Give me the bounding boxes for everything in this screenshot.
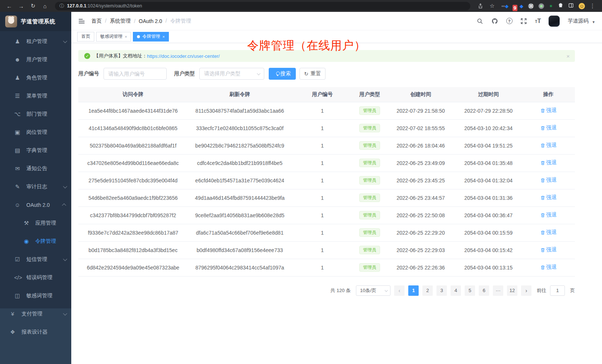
page-tab[interactable]: 首页	[77, 32, 94, 42]
select-chevron-icon	[385, 289, 387, 292]
address-bar[interactable]: ⓘ 127.0.0.1:1024/system/oauth2/token	[55, 2, 470, 10]
alert-close-icon[interactable]: ×	[566, 53, 570, 59]
next-page-button[interactable]: ›	[521, 285, 531, 296]
github-icon[interactable]	[491, 17, 498, 24]
chevron-icon	[63, 311, 67, 315]
user-type-select[interactable]: 请选择用户类型	[199, 68, 264, 80]
kebab-menu-icon[interactable]: ⋮	[590, 3, 595, 9]
force-logout-button[interactable]: 强退	[540, 246, 557, 253]
command-extension-icon[interactable]: ⌘	[528, 3, 534, 9]
font-size-icon[interactable]: TT	[535, 18, 541, 24]
green-star-extension-icon[interactable]: ✶	[549, 3, 553, 9]
goto-page-input[interactable]	[550, 285, 565, 296]
search-button[interactable]: 搜索	[269, 68, 296, 80]
pay-yen-icon: ¥	[9, 311, 16, 317]
report-designer-icon: ❖	[9, 329, 16, 335]
sidebar-item[interactable]: ☑ 短信管理	[0, 250, 71, 268]
sidebar-item[interactable]: ▣ 岗位管理	[0, 123, 71, 141]
share-icon[interactable]	[475, 1, 485, 11]
table-row: b0d1785bc3a8482f812db4a3f3bd15ec b0df498…	[78, 241, 575, 259]
site-info-icon[interactable]: ⓘ	[59, 3, 64, 9]
table-row: f9336e7c7dd242a283ee98dc86b17a87 dfa6c71…	[78, 224, 575, 241]
goto-label: 前往	[537, 287, 546, 294]
page-size-select[interactable]: 10条/页	[356, 285, 390, 296]
chevron-icon	[63, 39, 67, 43]
sidebar-item[interactable]: ▤ 字典管理	[0, 141, 71, 159]
doc-link[interactable]: https://doc.iocoder.cn/user-center/	[147, 53, 220, 59]
sidebar-item[interactable]: ♟ 租户管理	[0, 32, 71, 50]
prev-page-button[interactable]: ‹	[394, 285, 405, 296]
user-id-cell: 1	[292, 189, 353, 206]
created-time-cell: 2022-06-25 22:29:20	[386, 224, 455, 241]
sidebar-item[interactable]: </> 错误码管理	[0, 268, 71, 287]
sidebar-item[interactable]: ☺ OAuth 2.0	[0, 196, 71, 214]
page-number-button[interactable]: 6	[479, 285, 489, 296]
force-logout-button[interactable]: 强退	[540, 159, 557, 166]
force-logout-button[interactable]: 强退	[540, 125, 557, 131]
force-logout-button[interactable]: 强退	[540, 194, 557, 201]
breadcrumb-item[interactable]: 首页	[91, 18, 102, 24]
sidebar-item[interactable]: ◉ 令牌管理	[0, 232, 71, 250]
force-logout-button[interactable]: 强退	[540, 212, 557, 218]
extensions-puzzle-icon[interactable]	[558, 3, 563, 9]
force-logout-button[interactable]: 强退	[540, 107, 557, 114]
tab-close-icon[interactable]: ×	[125, 34, 127, 39]
page-number-button[interactable]: ···	[493, 285, 503, 296]
refresh-token-cell: 8796295f04064c2983414cc54af1097a	[188, 259, 292, 276]
page-number-button[interactable]: 5	[465, 285, 475, 296]
extension-blocks-icon[interactable]: ▪▪◆ 9	[501, 3, 515, 9]
sidebar-item[interactable]: ☻ 用户管理	[0, 50, 71, 69]
access-token-cell: 6d842e2924594de9a09e45e087323abe	[78, 259, 188, 276]
page-number-button[interactable]: 1	[408, 285, 419, 296]
force-logout-button[interactable]: 强退	[540, 142, 557, 149]
force-logout-button[interactable]: 强退	[540, 229, 557, 236]
user-caret-down-icon: ▾	[592, 20, 595, 24]
reload-icon[interactable]: ↻	[28, 1, 38, 11]
sidebar-item[interactable]: ☰ 菜单管理	[0, 87, 71, 105]
sidebar-item[interactable]: ✎ 审计日志	[0, 178, 71, 196]
sidebar-item[interactable]: ◫ 敏感词管理	[0, 287, 71, 305]
gem-extension-icon[interactable]: ◆	[520, 3, 523, 9]
user-id-input[interactable]	[104, 68, 167, 80]
help-icon[interactable]: ?	[506, 18, 513, 24]
fullscreen-icon[interactable]	[520, 17, 527, 24]
sidebar-item-label: 令牌管理	[35, 238, 66, 245]
bookmark-star-icon[interactable]: ☆	[487, 1, 497, 11]
page-number-button[interactable]: 3	[436, 285, 447, 296]
page-tab[interactable]: 敏感词管理 ×	[96, 32, 131, 42]
user-avatar[interactable]	[549, 16, 560, 27]
force-logout-button[interactable]: 强退	[540, 177, 557, 183]
sidebar-item-label: 审计日志	[26, 183, 63, 190]
recorder-extension-icon[interactable]	[539, 3, 544, 9]
sidebar-item[interactable]: ⌥ 部门管理	[0, 105, 71, 123]
forward-icon[interactable]: →	[16, 1, 26, 11]
expire-time-cell: 2054-03-04 00:13:15	[455, 259, 522, 276]
current-username[interactable]: 芋道源码	[567, 18, 588, 24]
sidebar-collapse-icon[interactable]	[79, 19, 85, 23]
force-logout-button[interactable]: 强退	[540, 264, 557, 271]
table-row: 41c41346a548490f9dc8b01c6bfe0865 333ecfc…	[78, 119, 575, 137]
page-number-button[interactable]: 4	[451, 285, 461, 296]
breadcrumb-item[interactable]: OAuth 2.0	[131, 18, 162, 24]
browser-profile-icon[interactable]: ☺	[579, 3, 585, 9]
breadcrumb-item[interactable]: 系统管理	[102, 18, 131, 24]
sidebar-item[interactable]: ¥ 支付管理	[0, 305, 71, 323]
reset-button[interactable]: ↻ 重置	[300, 68, 325, 80]
page-number-button[interactable]: 12	[507, 285, 517, 296]
page-number-button[interactable]: 2	[422, 285, 433, 296]
sidebar-item[interactable]: ✉ 通知公告	[0, 159, 71, 178]
search-icon[interactable]	[477, 17, 484, 24]
side-panel-icon[interactable]	[568, 3, 574, 9]
tab-close-icon[interactable]: ×	[162, 34, 164, 39]
sidebar-item[interactable]: ⚒ 应用管理	[0, 214, 71, 232]
breadcrumb-item[interactable]: 令牌管理	[162, 18, 191, 24]
sidebar-item[interactable]: ❖ 报表设计器	[0, 323, 71, 341]
user-id-cell: 1	[292, 206, 353, 224]
page-tab[interactable]: 令牌管理 ×	[133, 32, 169, 42]
back-icon[interactable]: ←	[4, 1, 14, 11]
dept-org-icon: ⌥	[14, 111, 21, 118]
access-token-cell: c347026e805e4d99b0d116eae66eda8c	[78, 154, 188, 172]
expire-time-cell: 2022-07-29 22:28:50	[455, 102, 522, 119]
sidebar-item[interactable]: ♟ 角色管理	[0, 69, 71, 87]
home-icon[interactable]: ⌂	[40, 1, 50, 11]
